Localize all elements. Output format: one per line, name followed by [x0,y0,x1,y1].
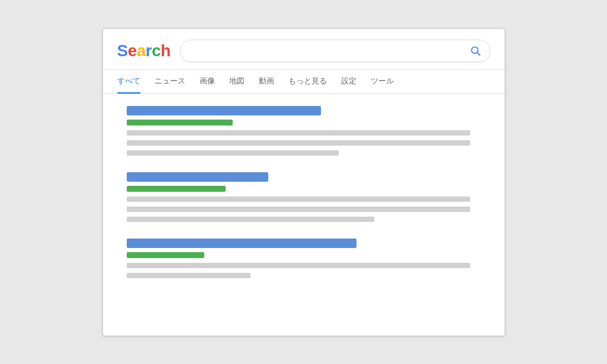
result-desc-line [127,207,470,212]
results-area [103,94,505,290]
result-item [127,239,481,278]
result-desc-line [127,263,470,268]
result-url [127,120,233,125]
tab-more[interactable]: もっと見る [288,70,327,94]
result-desc-line [127,273,250,278]
result-desc-line [127,150,339,156]
logo-letter-s: S [117,41,128,60]
result-title[interactable] [127,239,357,248]
logo-letter-a: a [137,41,146,60]
logo-letter-e: e [128,41,137,60]
header: Search [103,29,505,70]
logo-letter-c: c [152,41,160,60]
search-input[interactable] [189,46,470,56]
search-button[interactable] [470,45,481,57]
result-url [127,186,226,192]
tab-settings[interactable]: 設定 [341,70,357,94]
search-icon [470,45,481,57]
logo-letter-h: h [160,41,171,60]
result-desc-line [127,217,375,222]
browser-window: Search すべて ニュース 画像 地図 動画 もっと見る 設定 ツール [102,28,505,336]
result-title[interactable] [127,172,268,182]
result-item [127,172,481,222]
tab-videos[interactable]: 動画 [259,70,274,94]
svg-line-1 [477,52,480,55]
logo: Search [117,41,171,60]
nav-tabs: すべて ニュース 画像 地図 動画 もっと見る 設定 ツール [103,70,505,94]
tab-all[interactable]: すべて [117,70,140,94]
tab-news[interactable]: ニュース [155,70,185,94]
result-desc-line [127,130,470,136]
result-item [127,106,481,156]
search-bar[interactable] [180,40,490,62]
tab-images[interactable]: 画像 [200,70,215,94]
tab-maps[interactable]: 地図 [229,70,245,94]
result-title[interactable] [127,106,322,115]
logo-letter-r: r [146,41,152,60]
result-desc-line [127,140,470,146]
result-url [127,252,205,258]
tab-tools[interactable]: ツール [371,70,394,94]
result-desc-line [127,197,470,202]
